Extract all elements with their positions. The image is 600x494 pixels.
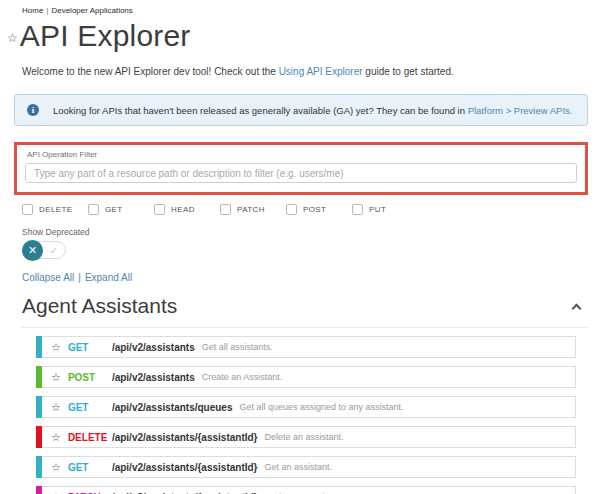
endpoint-row-delete-assistant[interactable]: ☆ DELETE /api/v2/assistants/{assistantId…: [36, 426, 576, 448]
endpoint-description: Get all queues assigned to any assistant…: [240, 402, 404, 412]
api-operation-filter-input[interactable]: [25, 163, 577, 183]
section-header-agent-assistants[interactable]: Agent Assistants: [22, 294, 588, 328]
links-separator: |: [78, 272, 81, 283]
endpoint-path: /api/v2/assistants: [112, 372, 195, 383]
checkbox-head-label: HEAD: [171, 205, 195, 214]
endpoint-method: DELETE: [68, 432, 112, 443]
checkbox-get-label: GET: [105, 205, 123, 214]
preview-apis-link[interactable]: Platform > Preview APIs.: [468, 105, 573, 116]
banner-text: Looking for APIs that haven't been relea…: [53, 105, 572, 116]
checkbox-head[interactable]: [154, 204, 165, 215]
favorite-star-icon[interactable]: ☆: [51, 491, 61, 494]
collapse-expand-links: Collapse All|Expand All: [22, 272, 600, 283]
breadcrumb-item-home[interactable]: Home: [22, 6, 43, 15]
endpoint-box[interactable]: ☆ GET /api/v2/assistants/{assistantId} G…: [42, 456, 576, 478]
filter-highlight-box: API Operation Filter: [14, 142, 588, 195]
method-filter-post: POST: [286, 204, 352, 215]
endpoint-box[interactable]: ☆ DELETE /api/v2/assistants/{assistantId…: [42, 426, 576, 448]
welcome-text-before: Welcome to the new API Explorer dev tool…: [22, 66, 279, 77]
method-filter-row: DELETE GET HEAD PATCH POST PUT: [22, 204, 600, 215]
chevron-up-icon[interactable]: [572, 303, 582, 313]
checkbox-patch[interactable]: [220, 204, 231, 215]
method-filter-get: GET: [88, 204, 154, 215]
toggle-check-icon: ✓: [50, 245, 58, 256]
endpoint-path: /api/v2/assistants: [112, 342, 195, 353]
method-filter-delete: DELETE: [22, 204, 88, 215]
expand-all-link[interactable]: Expand All: [85, 272, 132, 283]
favorite-star-icon[interactable]: ☆: [51, 341, 61, 354]
breadcrumb-separator: |: [46, 6, 48, 15]
checkbox-delete[interactable]: [22, 204, 33, 215]
using-api-explorer-link[interactable]: Using API Explorer: [279, 66, 363, 77]
collapse-all-link[interactable]: Collapse All: [22, 272, 74, 283]
breadcrumb: Home|Developer Applications: [0, 0, 600, 15]
breadcrumb-item-developer-applications[interactable]: Developer Applications: [51, 6, 132, 15]
endpoint-row-get-assistant[interactable]: ☆ GET /api/v2/assistants/{assistantId} G…: [36, 456, 576, 478]
checkbox-patch-label: PATCH: [237, 205, 265, 214]
checkbox-put[interactable]: [352, 204, 363, 215]
endpoint-method: GET: [68, 402, 112, 413]
endpoint-path: /api/v2/assistants/{assistantId}: [112, 462, 258, 473]
endpoint-description: Get an assistant.: [265, 462, 333, 472]
favorite-star-icon[interactable]: ☆: [51, 401, 61, 414]
favorite-star-icon[interactable]: ☆: [7, 31, 18, 45]
welcome-text: Welcome to the new API Explorer dev tool…: [0, 53, 600, 77]
endpoint-method: GET: [68, 462, 112, 473]
title-row: ☆ API Explorer: [0, 15, 600, 53]
page-title: API Explorer: [20, 19, 191, 53]
checkbox-get[interactable]: [88, 204, 99, 215]
endpoint-path: /api/v2/assistants/queues: [112, 402, 233, 413]
endpoint-box[interactable]: ☆ GET /api/v2/assistants/queues Get all …: [42, 396, 576, 418]
endpoint-row-post-assistants[interactable]: ☆ POST /api/v2/assistants Create an Assi…: [36, 366, 576, 388]
endpoint-row-patch-assistant[interactable]: ☆ PATCH /api/v2/assistants/{assistantId}…: [36, 486, 576, 494]
show-deprecated-toggle[interactable]: ✕ ✓: [22, 241, 66, 259]
favorite-star-icon[interactable]: ☆: [51, 431, 61, 444]
checkbox-post-label: POST: [303, 205, 326, 214]
endpoint-box[interactable]: ☆ POST /api/v2/assistants Create an Assi…: [42, 366, 576, 388]
endpoint-row-get-assistants-queues[interactable]: ☆ GET /api/v2/assistants/queues Get all …: [36, 396, 576, 418]
endpoint-description: Delete an assistant.: [265, 432, 344, 442]
method-filter-patch: PATCH: [220, 204, 286, 215]
toggle-off-icon: ✕: [22, 240, 43, 261]
endpoint-description: Get all assistants.: [202, 342, 273, 352]
info-banner: i Looking for APIs that haven't been rel…: [14, 94, 588, 126]
endpoint-box[interactable]: ☆ GET /api/v2/assistants Get all assista…: [42, 336, 576, 358]
info-icon: i: [27, 104, 39, 116]
checkbox-post[interactable]: [286, 204, 297, 215]
endpoint-method: GET: [68, 342, 112, 353]
endpoint-description: Create an Assistant.: [202, 372, 283, 382]
method-filter-put: PUT: [352, 204, 418, 215]
show-deprecated-label: Show Deprecated: [22, 227, 600, 237]
filter-label: API Operation Filter: [25, 150, 577, 159]
method-filter-head: HEAD: [154, 204, 220, 215]
endpoint-path: /api/v2/assistants/{assistantId}: [112, 432, 258, 443]
endpoint-row-get-assistants[interactable]: ☆ GET /api/v2/assistants Get all assista…: [36, 336, 576, 358]
banner-text-before: Looking for APIs that haven't been relea…: [53, 105, 468, 116]
endpoint-method: POST: [68, 372, 112, 383]
endpoint-box[interactable]: ☆ PATCH /api/v2/assistants/{assistantId}…: [42, 486, 576, 494]
favorite-star-icon[interactable]: ☆: [51, 461, 61, 474]
welcome-text-after: guide to get started.: [363, 66, 454, 77]
checkbox-delete-label: DELETE: [39, 205, 73, 214]
favorite-star-icon[interactable]: ☆: [51, 371, 61, 384]
checkbox-put-label: PUT: [369, 205, 386, 214]
section-title: Agent Assistants: [22, 294, 177, 318]
